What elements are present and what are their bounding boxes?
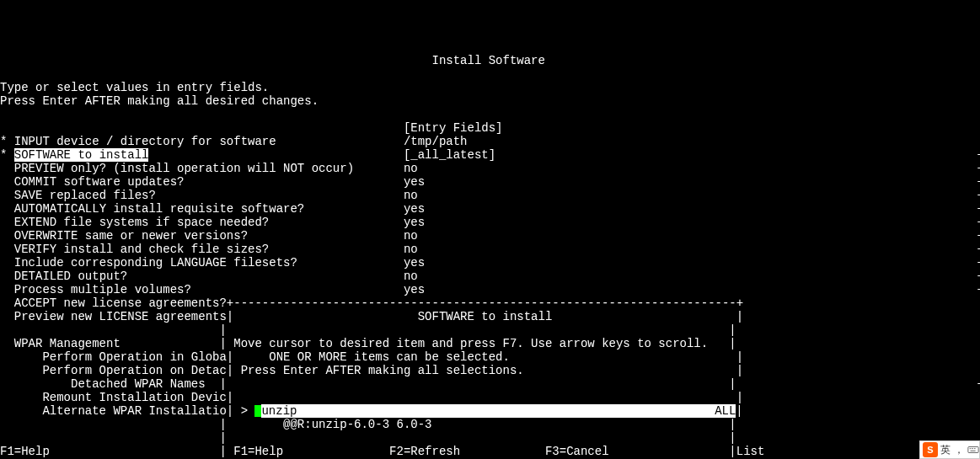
popup-line3: Press Enter AFTER making all selections. <box>233 364 736 377</box>
field-label-2: PREVIEW only? (install operation will NO… <box>14 162 404 175</box>
field-label-9: Include corresponding LANGUAGE filesets? <box>14 256 404 270</box>
lower-6: Detached WPAR Names <box>0 377 219 391</box>
field-label-8: VERIFY install and check file sizes? <box>14 243 404 256</box>
sogou-icon: S <box>923 442 938 457</box>
main-fkey-0[interactable]: F1=Help <box>0 445 219 458</box>
popup-line1: Move cursor to desired item and press F7… <box>227 337 730 350</box>
svg-rect-3 <box>974 448 976 449</box>
field-value-10[interactable]: no <box>404 270 977 283</box>
page-title: Install Software <box>431 54 544 67</box>
lower-1: Preview new LICENSE agreements <box>0 310 227 323</box>
popup-border-top: +---------------------------------------… <box>227 296 743 310</box>
field-label-0: INPUT device / directory for software <box>14 135 404 148</box>
field-value-7[interactable]: no <box>404 229 977 243</box>
field-value-11[interactable]: yes <box>404 283 977 296</box>
lower-0: ACCEPT new license agreements? <box>0 296 227 310</box>
side-0: List <box>736 445 765 458</box>
field-label-10: DETAILED output? <box>14 270 404 283</box>
svg-rect-0 <box>968 447 978 453</box>
popup-item-detail: @@R:unzip-6.0-3 6.0-3 <box>227 418 730 431</box>
field-value-8[interactable]: no <box>404 243 977 256</box>
field-value-4[interactable]: no <box>404 189 977 202</box>
field-label-4: SAVE replaced files? <box>14 189 404 202</box>
field-plus-9: + <box>977 256 980 270</box>
field-plus-11: + <box>977 283 980 296</box>
field-plus-1: + <box>977 148 980 162</box>
field-plus-7: + <box>977 229 980 243</box>
ime-punct: ， <box>954 443 964 456</box>
field-value-3[interactable]: yes <box>404 175 977 189</box>
field-plus-2: + <box>977 162 980 175</box>
lower-7: Remount Installation Devic <box>0 391 227 404</box>
field-label-6: EXTEND file systems if space needed? <box>14 216 404 229</box>
field-label-3: COMMIT software updates? <box>14 175 404 189</box>
field-plus-5: + <box>977 202 980 216</box>
lower-2 <box>0 323 219 337</box>
field-plus-3: + <box>977 175 980 189</box>
field-plus-8: + <box>977 243 980 256</box>
lower-3: WPAR Management <box>0 337 219 350</box>
field-plus-6: + <box>977 216 980 229</box>
field-plus-4: + <box>977 189 980 202</box>
popup-item[interactable]: unzip ALL <box>261 404 736 418</box>
field-value-6[interactable]: yes <box>404 216 977 229</box>
field-value-1[interactable]: [_all_latest] <box>404 148 977 162</box>
instr-1: Type or select values in entry fields. <box>0 81 269 94</box>
field-value-9[interactable]: yes <box>404 256 977 270</box>
instr-2: Press Enter AFTER making all desired cha… <box>0 94 319 108</box>
field-label-11: Process multiple volumes? <box>14 283 404 296</box>
svg-rect-4 <box>971 451 976 451</box>
ime-mode: 英 <box>940 443 951 456</box>
entry-fields-header: [Entry Fields] <box>404 121 503 135</box>
field-label-5: AUTOMATICALLY install requisite software… <box>14 202 404 216</box>
ime-bar[interactable]: S 英 ， <box>919 440 980 459</box>
popup-fkeys-0[interactable]: F1=Help F2=Refresh F3=Cancel <box>227 445 730 458</box>
field-value-0[interactable]: /tmp/path <box>404 135 977 148</box>
field-plus-10: + <box>977 270 980 283</box>
popup-line2: ONE OR MORE items can be selected. <box>233 350 736 364</box>
lower-4: Perform Operation in Globa <box>0 350 227 364</box>
lower-8: Alternate WPAR Installatio <box>0 404 227 418</box>
popup-title: SOFTWARE to install <box>233 310 736 323</box>
svg-rect-1 <box>970 448 972 449</box>
lower-5: Perform Operation on Detac <box>0 364 227 377</box>
field-label-1[interactable]: SOFTWARE to install <box>14 148 149 162</box>
field-value-2[interactable]: no <box>404 162 977 175</box>
field-label-7: OVERWRITE same or newer versions? <box>14 229 404 243</box>
keyboard-icon <box>967 444 979 456</box>
field-value-5[interactable]: yes <box>404 202 977 216</box>
svg-rect-2 <box>972 448 973 449</box>
